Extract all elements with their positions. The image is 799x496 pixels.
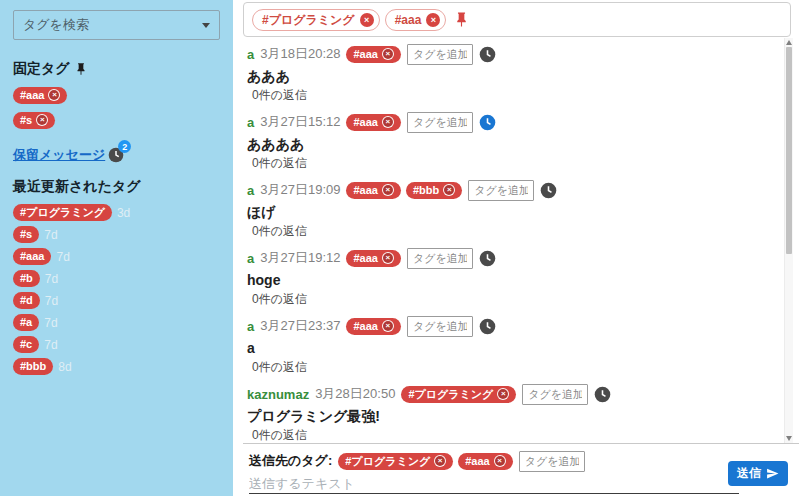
composer-add-tag-input[interactable] bbox=[519, 451, 585, 472]
tag-label: #プログラミング bbox=[345, 455, 430, 467]
add-tag-input[interactable] bbox=[407, 44, 473, 65]
remove-tag-icon[interactable]: × bbox=[382, 48, 394, 60]
clock-icon[interactable] bbox=[479, 46, 496, 63]
tag-pill[interactable]: #s bbox=[13, 226, 39, 243]
remove-tag-icon[interactable]: × bbox=[434, 455, 446, 467]
clock-icon[interactable] bbox=[479, 250, 496, 267]
pending-messages-link[interactable]: 保留メッセージ bbox=[13, 146, 105, 164]
add-tag-input[interactable] bbox=[407, 112, 473, 133]
replies-link[interactable]: 0件の返信 bbox=[247, 360, 783, 375]
clock-icon[interactable] bbox=[479, 114, 496, 131]
tag-pill[interactable]: #aaa× bbox=[385, 9, 447, 31]
tag-age: 7d bbox=[44, 339, 57, 351]
send-button[interactable]: 送信 bbox=[728, 461, 788, 486]
tag-pill[interactable]: #bbb bbox=[13, 358, 53, 375]
tag-pill[interactable]: #プログラミング× bbox=[252, 9, 380, 31]
tag-pill[interactable]: #プログラミング bbox=[13, 204, 112, 221]
remove-tag-icon[interactable]: × bbox=[382, 184, 394, 196]
add-tag-input[interactable] bbox=[522, 384, 588, 405]
tag-pill[interactable]: #aaa× bbox=[346, 182, 400, 199]
clock-icon[interactable] bbox=[540, 182, 557, 199]
scroll-down-arrow-icon[interactable] bbox=[786, 436, 792, 441]
tag-label: #プログラミング bbox=[262, 13, 355, 27]
pushpin-icon[interactable] bbox=[453, 11, 470, 28]
message-tags: #aaa× bbox=[346, 318, 400, 335]
tag-age: 3d bbox=[117, 207, 130, 219]
remove-tag-icon[interactable]: × bbox=[494, 455, 506, 467]
tag-label: #aaa bbox=[353, 252, 377, 264]
clock-icon[interactable] bbox=[479, 318, 496, 335]
remove-tag-icon[interactable]: × bbox=[382, 252, 394, 264]
message-username[interactable]: a bbox=[247, 251, 254, 266]
remove-tag-icon[interactable]: × bbox=[382, 116, 394, 128]
tag-pill[interactable]: #aaa× bbox=[458, 453, 512, 470]
message-text: hoge bbox=[247, 271, 783, 289]
remove-tag-icon[interactable]: × bbox=[443, 184, 455, 196]
scrollbar-thumb[interactable] bbox=[786, 47, 792, 254]
message-username[interactable]: kaznumaz bbox=[247, 387, 309, 402]
message-username[interactable]: a bbox=[247, 47, 254, 62]
remove-tag-icon[interactable]: × bbox=[36, 114, 48, 126]
message-timestamp: 3月18日20:28 bbox=[260, 45, 340, 63]
message-text: ほげ bbox=[247, 203, 783, 221]
clock-icon[interactable] bbox=[594, 386, 611, 403]
tag-pill[interactable]: #c bbox=[13, 336, 39, 353]
fixed-tags-heading: 固定タグ bbox=[13, 60, 220, 78]
scrollbar[interactable] bbox=[784, 38, 793, 443]
remove-tag-icon[interactable]: × bbox=[360, 13, 374, 27]
tag-pill[interactable]: #プログラミング× bbox=[401, 386, 516, 403]
tag-label: #aaa bbox=[20, 89, 44, 101]
remove-tag-icon[interactable]: × bbox=[48, 89, 60, 101]
replies-link[interactable]: 0件の返信 bbox=[247, 156, 783, 171]
remove-tag-icon[interactable]: × bbox=[426, 13, 440, 27]
tag-pill[interactable]: #s× bbox=[13, 112, 55, 129]
tag-pill[interactable]: #d bbox=[13, 292, 40, 309]
tag-search-select[interactable]: タグを検索 bbox=[13, 10, 220, 40]
recent-tag-row: #c7d bbox=[13, 336, 220, 353]
tag-label: #aaa bbox=[353, 184, 377, 196]
add-tag-input[interactable] bbox=[468, 180, 534, 201]
recent-tag-row: #s7d bbox=[13, 226, 220, 243]
filter-bar: #プログラミング×#aaa× bbox=[243, 2, 791, 37]
tag-label: #bbb bbox=[413, 184, 439, 196]
scroll-up-arrow-icon[interactable] bbox=[786, 40, 792, 45]
sidebar: タグを検索 固定タグ #aaa×#s× 保留メッセージ 2 最近更新されたタグ … bbox=[0, 0, 233, 496]
tag-label: #d bbox=[20, 294, 33, 306]
tag-pill[interactable]: #aaa× bbox=[346, 250, 400, 267]
message-item: a 3月27日23:37 #aaa× a 0件の返信 bbox=[247, 315, 783, 375]
tag-pill[interactable]: #aaa× bbox=[13, 87, 67, 104]
message-text: a bbox=[247, 339, 783, 357]
tag-label: #b bbox=[20, 272, 33, 284]
message-item: kaznumaz 3月28日20:50 #プログラミング× プログラミング最強!… bbox=[247, 383, 783, 443]
tag-pill[interactable]: #aaa× bbox=[346, 114, 400, 131]
replies-link[interactable]: 0件の返信 bbox=[247, 292, 783, 307]
add-tag-input[interactable] bbox=[407, 248, 473, 269]
remove-tag-icon[interactable]: × bbox=[382, 320, 394, 332]
message-username[interactable]: a bbox=[247, 115, 254, 130]
tag-pill[interactable]: #b bbox=[13, 270, 40, 287]
message-tags: #aaa× bbox=[346, 250, 400, 267]
remove-tag-icon[interactable]: × bbox=[497, 388, 509, 400]
message-tags: #プログラミング× bbox=[401, 386, 516, 403]
add-tag-input[interactable] bbox=[407, 316, 473, 337]
message-username[interactable]: a bbox=[247, 319, 254, 334]
message-tags: #aaa×#bbb× bbox=[346, 182, 462, 199]
tag-pill[interactable]: #aaa× bbox=[346, 46, 400, 63]
tag-pill[interactable]: #aaa× bbox=[346, 318, 400, 335]
tag-pill[interactable]: #bbb× bbox=[406, 182, 462, 199]
recent-tag-row: #bbb8d bbox=[13, 358, 220, 375]
message-text-input[interactable] bbox=[249, 473, 739, 494]
tag-pill[interactable]: #aaa bbox=[13, 248, 51, 265]
tag-label: #aaa bbox=[353, 116, 377, 128]
tag-pill[interactable]: #プログラミング× bbox=[338, 453, 453, 470]
replies-link[interactable]: 0件の返信 bbox=[247, 88, 783, 103]
tag-search-placeholder: タグを検索 bbox=[23, 16, 89, 34]
tag-age: 7d bbox=[56, 251, 69, 263]
tag-label: #aaa bbox=[353, 320, 377, 332]
replies-link[interactable]: 0件の返信 bbox=[247, 428, 783, 443]
tag-label: #プログラミング bbox=[408, 388, 493, 400]
replies-link[interactable]: 0件の返信 bbox=[247, 224, 783, 239]
message-username[interactable]: a bbox=[247, 183, 254, 198]
tag-pill[interactable]: #a bbox=[13, 314, 39, 331]
tag-age: 7d bbox=[45, 273, 58, 285]
